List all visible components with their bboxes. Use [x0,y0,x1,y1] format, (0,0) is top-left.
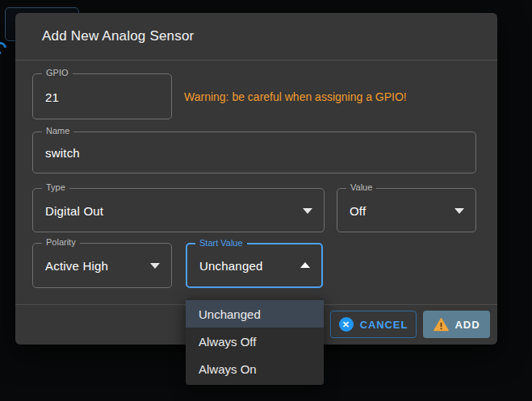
type-value: Digital Out [45,203,103,217]
value-value: Off [350,203,366,217]
polarity-label: Polarity [42,237,80,247]
gpio-label: GPIO [42,68,73,77]
name-field[interactable]: Name switch [32,132,476,173]
cancel-circle-icon: ✕ [339,317,354,332]
cancel-button[interactable]: ✕ CANCEL [330,311,417,338]
dialog-header: Add New Analog Sensor [15,13,497,61]
dialog-title: Add New Analog Sensor [42,28,195,44]
value-select[interactable]: Value Off [337,188,476,232]
value-label: Value [346,182,376,192]
menu-item-unchanged[interactable]: Unchanged [186,300,324,328]
start-value-label: Start Value [195,238,247,248]
type-label: Type [42,182,69,192]
gpio-value: 21 [45,90,59,103]
gpio-field[interactable]: GPIO 21 [32,73,172,119]
page: Add New Analog Sensor GPIO 21 Warning: b… [0,0,532,401]
chevron-down-icon [303,208,312,214]
chevron-up-icon [300,262,310,268]
start-value-select[interactable]: Start Value Unchanged [186,243,323,288]
polarity-select[interactable]: Polarity Active High [32,243,172,288]
refresh-icon [0,40,9,56]
chevron-down-icon [150,263,160,269]
name-value: switch [45,146,80,160]
menu-item-always-off[interactable]: Always Off [186,328,324,355]
warning-triangle-icon [434,318,449,332]
name-label: Name [42,126,73,136]
add-button[interactable]: ADD [423,311,490,338]
gpio-warning: Warning: be careful when assigning a GPI… [184,73,407,119]
start-value-value: Unchanged [199,259,263,273]
start-value-dropdown-menu: Unchanged Always Off Always On [186,298,324,385]
add-button-label: ADD [455,319,480,331]
chevron-down-icon [455,208,464,214]
cancel-button-label: CANCEL [360,319,408,331]
menu-item-always-on[interactable]: Always On [186,355,324,382]
type-select[interactable]: Type Digital Out [32,188,325,232]
polarity-value: Active High [45,259,108,273]
add-sensor-dialog: Add New Analog Sensor GPIO 21 Warning: b… [15,13,497,345]
